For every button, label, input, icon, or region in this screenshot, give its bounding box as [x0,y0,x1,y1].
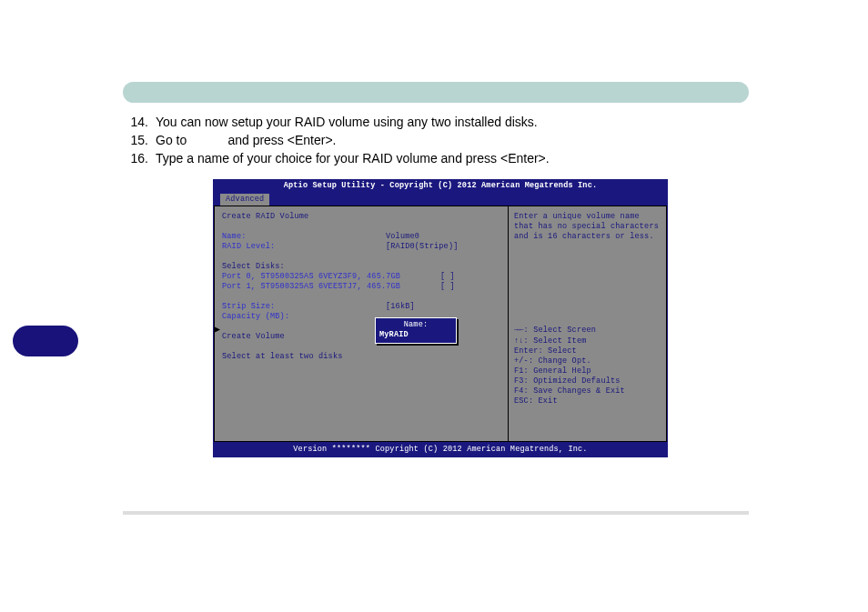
key-line: F4: Save Changes & Exit [514,386,625,396]
key-legend: →←: Select Screen ↑↓: Select Item Enter:… [514,325,625,406]
bios-title: Aptio Setup Utility - Copyright (C) 2012… [213,179,668,194]
bios-left-pane: Create RAID Volume Name: Volume0 RAID Le… [214,206,509,442]
select-disks-heading: Select Disks: [222,262,386,272]
key-line: ESC: Exit [514,396,625,406]
strip-size-label: Strip Size: [222,302,386,312]
popup-title: Name: [379,320,452,330]
step-number: 14. [123,114,148,130]
bottom-rule [123,511,749,515]
step-number: 16. [123,150,148,166]
strip-size-value: [16kB] [386,302,415,312]
bios-tabbar: Advanced [213,194,668,205]
port0-checkbox: [ ] [440,272,455,282]
help-line: that has no special characters [514,222,661,232]
key-line: F1: General Help [514,366,625,376]
port1-checkbox: [ ] [440,282,455,292]
step-text: Go to Name and press <Enter>. [156,132,749,148]
bios-right-pane: Enter a unique volume name that has no s… [509,206,667,442]
step-text-b: and press <Enter>. [227,133,336,147]
name-value: Volume0 [386,232,419,242]
name-label: Name: [222,232,386,242]
warning-text: Select at least two disks [222,352,386,362]
key-line: →←: Select Screen [514,326,596,335]
help-line: and is 16 characters or less. [514,232,661,242]
side-page-marker [13,326,78,356]
capacity-label: Capacity (MB): [222,312,386,322]
instruction-list: 14. You can now setup your RAID volume u… [123,114,749,168]
instruction-16: 16. Type a name of your choice for your … [123,150,749,166]
key-line: F3: Optimized Defaults [514,376,625,386]
popup-value: MyRAID [379,330,452,340]
step-text-a: Go to [156,133,190,147]
instruction-15: 15. Go to Name and press <Enter>. [123,132,749,148]
name-input-popup: Name: MyRAID [375,317,457,344]
create-raid-heading: Create RAID Volume [222,212,386,222]
port1: Port 1, ST9500325AS 6VEESTJ7, 465.7GB [222,282,440,292]
step-number: 15. [123,132,148,148]
instruction-14: 14. You can now setup your RAID volume u… [123,114,749,130]
help-line: Enter a unique volume name [514,212,661,222]
key-line: Enter: Select [514,346,625,356]
raid-level-value: [RAID0(Stripe)] [386,242,459,252]
create-volume-action: Create Volume [222,332,386,342]
bios-screenshot: Aptio Setup Utility - Copyright (C) 2012… [213,179,668,457]
bios-footer: Version ******** Copyright (C) 2012 Amer… [213,443,668,457]
header-bar [123,82,749,103]
selection-arrow-icon: ▶ [215,325,220,335]
bios-body: Create RAID Volume Name: Volume0 RAID Le… [213,205,668,443]
key-line: +/-: Change Opt. [514,356,625,366]
step-text: Type a name of your choice for your RAID… [156,150,749,166]
port0: Port 0, ST9500325AS 6VEYZ3F9, 465.7GB [222,272,440,282]
step-text: You can now setup your RAID volume using… [156,114,749,130]
bios-tab-advanced: Advanced [220,194,269,206]
raid-level-label: RAID Level: [222,242,386,252]
key-line: ↑↓: Select Item [514,336,587,346]
